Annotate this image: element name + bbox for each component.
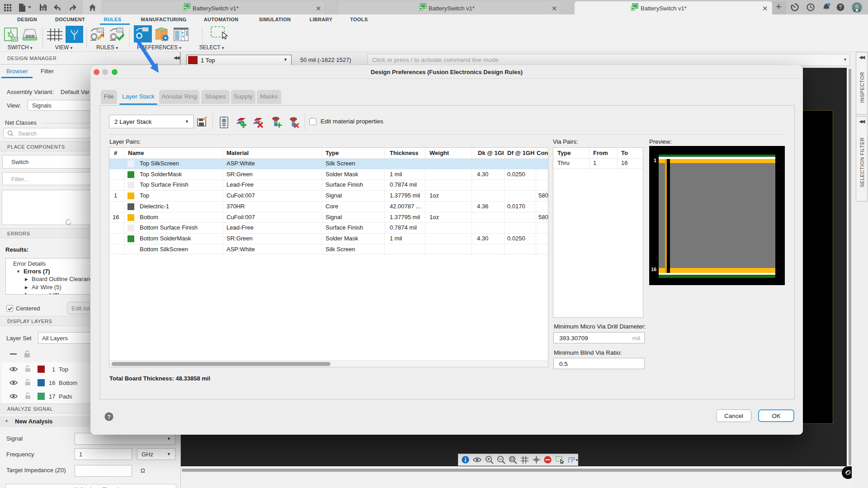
svg-text:?: ? <box>839 4 842 10</box>
svg-text:?: ? <box>107 413 111 420</box>
